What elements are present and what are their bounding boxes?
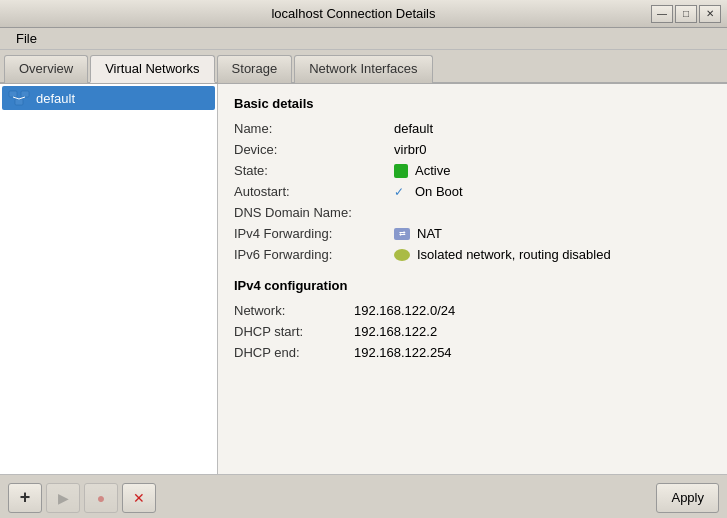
close-button[interactable]: ✕ xyxy=(699,5,721,23)
toolbar-buttons: + ▶ ● ✕ xyxy=(8,483,156,513)
detail-ipv6-forwarding-row: IPv6 Forwarding: Isolated network, routi… xyxy=(234,247,711,262)
tab-network-interfaces[interactable]: Network Interfaces xyxy=(294,55,432,83)
dhcp-start-label: DHCP start: xyxy=(234,324,354,339)
window-title: localhost Connection Details xyxy=(56,6,651,21)
minimize-button[interactable]: — xyxy=(651,5,673,23)
basic-details-title: Basic details xyxy=(234,96,711,111)
ipv4-config-title: IPv4 configuration xyxy=(234,278,711,293)
detail-state-row: State: Active xyxy=(234,163,711,178)
svg-rect-1 xyxy=(21,91,29,97)
network-label: Network: xyxy=(234,303,354,318)
dns-label: DNS Domain Name: xyxy=(234,205,394,220)
device-value: virbr0 xyxy=(394,142,427,157)
ipv4-forwarding-value: ⇄ NAT xyxy=(394,226,442,241)
apply-button[interactable]: Apply xyxy=(656,483,719,513)
active-status-icon xyxy=(394,164,408,178)
delete-network-button[interactable]: ✕ xyxy=(122,483,156,513)
sidebar: default xyxy=(0,84,218,474)
svg-line-4 xyxy=(19,97,25,99)
maximize-button[interactable]: □ xyxy=(675,5,697,23)
tabs-container: Overview Virtual Networks Storage Networ… xyxy=(0,50,727,84)
detail-network-row: Network: 192.168.122.0/24 xyxy=(234,303,711,318)
detail-dhcp-end-row: DHCP end: 192.168.122.254 xyxy=(234,345,711,360)
network-value: 192.168.122.0/24 xyxy=(354,303,455,318)
dhcp-end-label: DHCP end: xyxy=(234,345,354,360)
detail-dhcp-start-row: DHCP start: 192.168.122.2 xyxy=(234,324,711,339)
window-controls: — □ ✕ xyxy=(651,5,721,23)
autostart-value: ✓ On Boot xyxy=(394,184,463,199)
sidebar-item-label: default xyxy=(36,91,75,106)
start-network-button[interactable]: ▶ xyxy=(46,483,80,513)
svg-rect-0 xyxy=(9,91,17,97)
ipv6-forwarding-label: IPv6 Forwarding: xyxy=(234,247,394,262)
tab-storage[interactable]: Storage xyxy=(217,55,293,83)
autostart-label: Autostart: xyxy=(234,184,394,199)
detail-name-row: Name: default xyxy=(234,121,711,136)
dhcp-end-value: 192.168.122.254 xyxy=(354,345,452,360)
add-network-button[interactable]: + xyxy=(8,483,42,513)
tab-virtual-networks[interactable]: Virtual Networks xyxy=(90,55,214,83)
svg-rect-2 xyxy=(15,99,23,105)
file-menu[interactable]: File xyxy=(8,29,45,48)
ipv4-forwarding-label: IPv4 Forwarding: xyxy=(234,226,394,241)
ipv6-forwarding-value: Isolated network, routing disabled xyxy=(394,247,611,262)
device-label: Device: xyxy=(234,142,394,157)
svg-line-3 xyxy=(13,97,19,99)
details-panel: Basic details Name: default Device: virb… xyxy=(218,84,727,474)
state-value: Active xyxy=(394,163,450,178)
name-label: Name: xyxy=(234,121,394,136)
content-area: default Basic details Name: default Devi… xyxy=(0,84,727,474)
tab-overview[interactable]: Overview xyxy=(4,55,88,83)
state-label: State: xyxy=(234,163,394,178)
detail-autostart-row: Autostart: ✓ On Boot xyxy=(234,184,711,199)
autostart-icon: ✓ xyxy=(394,185,408,199)
menu-bar: File xyxy=(0,28,727,50)
dhcp-start-value: 192.168.122.2 xyxy=(354,324,437,339)
ipv6-icon xyxy=(394,249,410,261)
name-value: default xyxy=(394,121,433,136)
detail-device-row: Device: virbr0 xyxy=(234,142,711,157)
nat-icon: ⇄ xyxy=(394,228,410,240)
sidebar-item-default[interactable]: default xyxy=(2,86,215,110)
network-icon xyxy=(8,90,30,106)
title-bar: localhost Connection Details — □ ✕ xyxy=(0,0,727,28)
bottom-bar: + ▶ ● ✕ Apply xyxy=(0,474,727,518)
stop-network-button[interactable]: ● xyxy=(84,483,118,513)
detail-ipv4-forwarding-row: IPv4 Forwarding: ⇄ NAT xyxy=(234,226,711,241)
detail-dns-row: DNS Domain Name: xyxy=(234,205,711,220)
